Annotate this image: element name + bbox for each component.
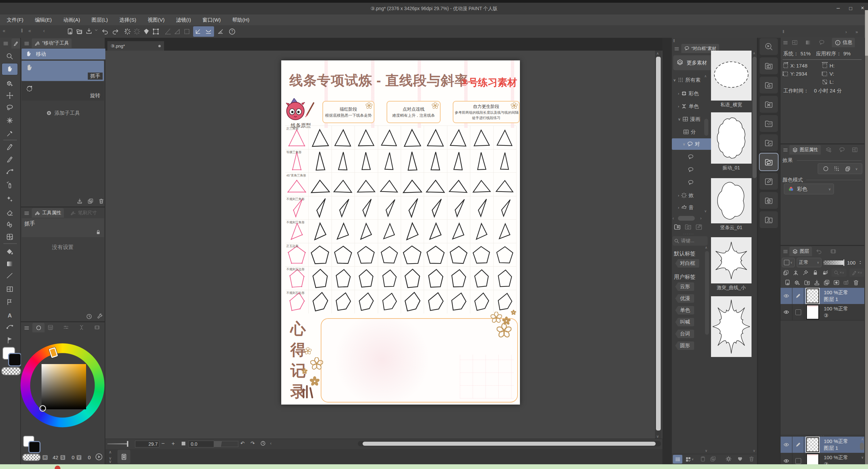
color-tab-palette[interactable] bbox=[47, 324, 54, 331]
tag-优漫[interactable]: 优漫 bbox=[675, 294, 694, 303]
tree-hscroll-right[interactable]: › bbox=[700, 216, 702, 221]
practice-cell[interactable] bbox=[354, 267, 378, 290]
layer-edit-cell[interactable] bbox=[792, 304, 804, 320]
practice-cell[interactable] bbox=[401, 243, 424, 267]
notes-box[interactable] bbox=[321, 318, 518, 403]
practice-cell[interactable] bbox=[332, 220, 355, 243]
color-wheel-tab[interactable] bbox=[32, 323, 45, 332]
toolbar-snapline-button[interactable] bbox=[164, 28, 172, 35]
tag-叫喊[interactable]: 叫喊 bbox=[675, 318, 694, 326]
menu-item-5[interactable]: 视图(V) bbox=[148, 17, 165, 23]
practice-cell[interactable] bbox=[378, 290, 401, 314]
tree-hscroll-left[interactable]: ‹ bbox=[673, 216, 674, 221]
toolbar-collapse-2[interactable]: « bbox=[28, 28, 31, 33]
color-panel-menu-button[interactable] bbox=[24, 325, 30, 331]
layer-select-dim-button[interactable]: ✕∨ bbox=[832, 269, 846, 277]
subtool-item-move[interactable]: 移动 bbox=[22, 49, 107, 59]
minimize-button[interactable]: – bbox=[837, 5, 840, 11]
practice-cell[interactable] bbox=[354, 173, 378, 196]
expand-closed-icon[interactable]: › bbox=[678, 205, 679, 210]
effect-dropdown-icon[interactable]: ∨ bbox=[855, 167, 858, 171]
practice-cell[interactable] bbox=[378, 173, 401, 196]
practice-cell[interactable] bbox=[308, 173, 332, 196]
zoom-value-field[interactable]: 29.7 bbox=[135, 441, 159, 447]
inkpen-tool-button[interactable] bbox=[2, 154, 18, 165]
brush-size-tab[interactable]: 笔刷尺寸 bbox=[68, 208, 100, 218]
layer-thumb-cell[interactable] bbox=[804, 437, 821, 453]
material-ftrash-button[interactable] bbox=[684, 223, 692, 231]
layer-thumb-mode-dropdown[interactable]: ∨ bbox=[782, 258, 795, 267]
material-delete-button[interactable] bbox=[748, 456, 755, 462]
toolbar-redo-button[interactable] bbox=[111, 28, 119, 35]
tool-panel-tab[interactable] bbox=[11, 38, 20, 49]
toolbar-transform-button[interactable] bbox=[152, 28, 160, 35]
expand-closed-icon[interactable]: › bbox=[678, 104, 679, 108]
canvas-vscrollbar[interactable]: ∧∨ bbox=[655, 51, 662, 439]
practice-cell[interactable] bbox=[401, 267, 424, 290]
material-tree-item-9[interactable]: ›效 bbox=[672, 190, 710, 201]
practice-cell[interactable] bbox=[447, 126, 470, 149]
fill-tool-button[interactable] bbox=[2, 246, 18, 257]
dock-fx-button[interactable] bbox=[760, 96, 778, 113]
toolbar-newdoc-button[interactable] bbox=[66, 28, 74, 35]
tool-property-detail-settings-button[interactable] bbox=[97, 313, 103, 320]
mini-scroll-thumb[interactable] bbox=[860, 443, 864, 450]
layer-row-1[interactable]: 100 %正常③ bbox=[781, 304, 864, 321]
practice-cell[interactable] bbox=[354, 290, 378, 314]
layer-visible-cell[interactable] bbox=[781, 288, 792, 304]
practice-cell[interactable] bbox=[332, 290, 355, 314]
status-collapse-icon[interactable]: ‹ bbox=[270, 441, 271, 446]
canvas-page[interactable]: 线条专项试炼 - 直线段与斜率③号练习素材线条原型描红阶段根据底模熟悉一下线条走… bbox=[281, 60, 520, 405]
layer-lock-button[interactable] bbox=[812, 269, 819, 276]
material-item-0[interactable] bbox=[711, 51, 752, 101]
layer-thumbnail[interactable] bbox=[806, 305, 819, 320]
tag-圆形[interactable]: 圆形 bbox=[675, 341, 694, 350]
zoom-out-button[interactable]: − bbox=[161, 440, 165, 447]
expand-open-icon[interactable]: ∨ bbox=[673, 78, 676, 82]
subtool-item-grab[interactable]: 抓手 bbox=[22, 61, 104, 81]
opacity-spinner[interactable] bbox=[858, 260, 863, 265]
maximize-button[interactable]: □ bbox=[849, 5, 852, 11]
practice-cell[interactable] bbox=[447, 149, 470, 173]
layer-clipping-button[interactable] bbox=[783, 269, 789, 276]
toolbar-heartfill-button[interactable] bbox=[142, 28, 150, 35]
menu-item-8[interactable]: 帮助(H) bbox=[232, 17, 249, 23]
rotate-value-field[interactable]: 0.0 bbox=[188, 441, 214, 447]
practice-cell[interactable] bbox=[354, 196, 378, 220]
material-tree-item-2[interactable]: ›单色 bbox=[672, 101, 710, 112]
dock-down-icon[interactable]: ∨∨ bbox=[109, 457, 112, 463]
info-tab-dim-0[interactable] bbox=[791, 39, 798, 46]
dock-fburst-button[interactable] bbox=[760, 134, 778, 151]
toolbar-collapse-1[interactable]: ‖ bbox=[21, 28, 23, 33]
layer-new-folder-button[interactable] bbox=[804, 279, 811, 286]
close-button[interactable]: × bbox=[861, 5, 864, 11]
layer-visible-cell[interactable] bbox=[781, 453, 792, 464]
move-layer-tool-button[interactable] bbox=[2, 90, 18, 101]
info-menu-button[interactable] bbox=[783, 40, 788, 46]
help-button[interactable]: ? bbox=[228, 28, 236, 35]
layer-thumb-cell[interactable] bbox=[804, 304, 821, 320]
unlock-icon[interactable] bbox=[95, 229, 101, 235]
document-tab[interactable]: ③.png* bbox=[107, 41, 164, 51]
menu-item-3[interactable]: 图层(L) bbox=[91, 17, 108, 23]
layer-dim-tab-0[interactable] bbox=[816, 248, 822, 255]
eraser-tool-button[interactable] bbox=[2, 207, 18, 218]
layer-thumbnail[interactable] bbox=[806, 288, 819, 303]
canvas-hscroll-thumb[interactable] bbox=[363, 442, 656, 446]
layer-onion-skin-button[interactable] bbox=[792, 269, 799, 276]
color-history-button[interactable] bbox=[95, 452, 103, 461]
practice-cell[interactable] bbox=[308, 290, 332, 314]
practice-cell[interactable] bbox=[424, 196, 447, 220]
effect-tone-button[interactable] bbox=[833, 165, 840, 172]
layer-edit-cell[interactable] bbox=[792, 453, 804, 464]
color-tab-mixer[interactable] bbox=[78, 324, 85, 331]
flow-tool-button[interactable] bbox=[2, 334, 18, 346]
expand-closed-icon[interactable]: › bbox=[678, 193, 679, 197]
material-handle[interactable]: ‖ bbox=[673, 38, 675, 43]
practice-cell[interactable] bbox=[493, 126, 517, 149]
practice-cell[interactable] bbox=[424, 290, 447, 314]
layer-thumbnail[interactable] bbox=[806, 453, 819, 464]
toolbar-collapse-0[interactable]: « bbox=[3, 28, 5, 33]
zoom-in-button[interactable]: + bbox=[172, 440, 175, 447]
effect-boundary-button[interactable] bbox=[822, 165, 829, 172]
